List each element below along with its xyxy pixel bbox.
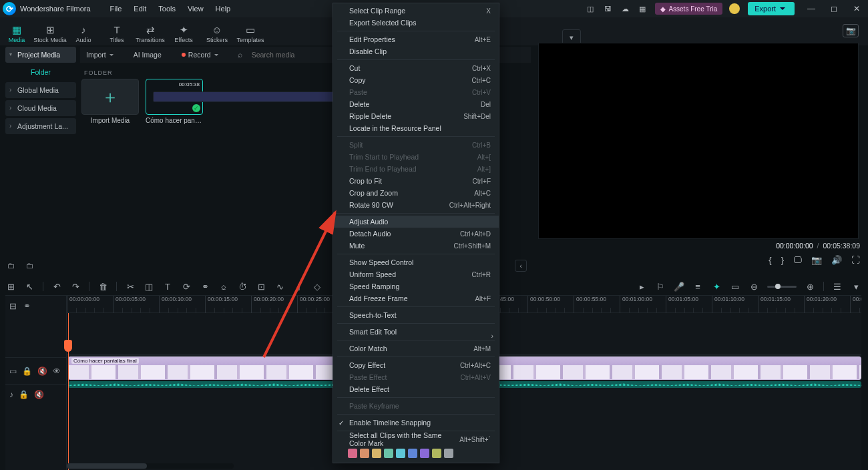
menu-view[interactable]: View bbox=[182, 0, 210, 17]
camera-icon[interactable]: 📷 bbox=[811, 255, 822, 265]
play-icon[interactable]: ▸ bbox=[636, 281, 647, 292]
account-icon[interactable] bbox=[729, 3, 740, 14]
apps-icon[interactable]: ▦ bbox=[634, 0, 651, 17]
plus-icon[interactable]: ＋ bbox=[81, 79, 139, 115]
undo-icon[interactable]: ↶ bbox=[51, 281, 62, 292]
menu-file[interactable]: File bbox=[104, 0, 128, 17]
ctx-speech-to-text[interactable]: Speech-to-Text bbox=[333, 309, 499, 321]
ctx-copy[interactable]: CopyCtrl+C bbox=[333, 74, 499, 86]
snapshot-button[interactable]: 📷 bbox=[843, 24, 859, 37]
mute-icon[interactable]: 🔇 bbox=[37, 367, 47, 376]
search-input[interactable] bbox=[250, 50, 331, 59]
ctx-delete-effect[interactable]: Delete Effect bbox=[333, 383, 499, 395]
window-close[interactable]: ✕ bbox=[845, 0, 868, 17]
ctx-cut[interactable]: CutCtrl+X bbox=[333, 62, 499, 74]
mute-icon[interactable]: 🔇 bbox=[34, 390, 44, 399]
ctx-select-all-clips-with-the-same-color-mark[interactable]: Select all Clips with the Same Color Mar… bbox=[333, 433, 499, 445]
mode-tab-stickers[interactable]: ☺Stickers bbox=[200, 25, 234, 45]
color-swatch[interactable] bbox=[372, 449, 381, 458]
save-icon[interactable]: 🖫 bbox=[599, 0, 616, 17]
ctx-enable-timeline-snapping[interactable]: ✓Enable Timeline Snapping bbox=[333, 417, 499, 429]
mode-tab-templates[interactable]: ▭Templates bbox=[234, 25, 267, 45]
mode-tab-audio[interactable]: ♪Audio bbox=[67, 25, 100, 45]
folder-label[interactable]: Folder bbox=[5, 65, 76, 79]
new-bin-icon[interactable]: 🗀 bbox=[24, 260, 36, 272]
color-swatch[interactable] bbox=[420, 449, 429, 458]
motion-icon[interactable]: ∿ bbox=[274, 281, 285, 292]
import-media-card[interactable]: ＋ Import Media bbox=[81, 79, 139, 263]
render-icon[interactable]: ▭ bbox=[730, 281, 740, 292]
more-icon[interactable]: ▾ bbox=[851, 281, 861, 292]
color-swatch[interactable] bbox=[408, 449, 417, 458]
speed-icon[interactable]: ⏱ bbox=[237, 281, 248, 292]
ctx-add-freeze-frame[interactable]: Add Freeze FrameAlt+F bbox=[333, 292, 499, 304]
playhead-handle[interactable] bbox=[64, 340, 72, 352]
ai-image-button[interactable]: AI Image bbox=[128, 48, 168, 61]
sidebar-cloud-media[interactable]: Cloud Media bbox=[5, 100, 76, 116]
assets-pill[interactable]: ◆Assets Free Tria bbox=[655, 3, 722, 15]
adjust-icon[interactable]: ⫿ bbox=[293, 281, 304, 292]
import-button[interactable]: Import bbox=[80, 48, 120, 61]
zoom-slider[interactable] bbox=[767, 286, 797, 288]
collapse-icon[interactable]: ‹ bbox=[515, 260, 527, 272]
display-icon[interactable]: 🖵 bbox=[793, 255, 802, 265]
tool-cursor[interactable]: ↖ bbox=[24, 281, 35, 292]
mode-tab-stock-media[interactable]: ⊞Stock Media bbox=[33, 25, 67, 45]
zoom-in-icon[interactable]: ⊕ bbox=[805, 281, 815, 292]
ctx-copy-effect[interactable]: Copy EffectCtrl+Alt+C bbox=[333, 359, 499, 371]
ctx-uniform-speed[interactable]: Uniform SpeedCtrl+R bbox=[333, 268, 499, 280]
fullscreen-icon[interactable]: ⛶ bbox=[851, 255, 860, 265]
visibility-icon[interactable]: 👁 bbox=[53, 367, 61, 376]
sidebar-global-media[interactable]: Global Media bbox=[5, 82, 76, 98]
mark-in-icon[interactable]: { bbox=[769, 255, 771, 265]
cloud-icon[interactable]: ☁ bbox=[616, 0, 634, 17]
delete-icon[interactable]: 🗑 bbox=[97, 281, 108, 292]
voiceover-icon[interactable]: 🎤 bbox=[674, 281, 684, 292]
rotate-icon[interactable]: ⟳ bbox=[181, 281, 192, 292]
menu-tools[interactable]: Tools bbox=[152, 0, 182, 17]
ctx-color-match[interactable]: Color MatchAlt+M bbox=[333, 342, 499, 355]
ctx-mute[interactable]: MuteCtrl+Shift+M bbox=[333, 240, 499, 252]
crop-icon[interactable]: ◫ bbox=[144, 281, 154, 292]
zoom-out-icon[interactable]: ⊖ bbox=[748, 281, 759, 292]
mode-tab-transitions[interactable]: ⇄Transitions bbox=[134, 25, 167, 45]
media-clip-card[interactable]: 00:05:38 ✓ Cómo hacer pantallas ... bbox=[146, 79, 203, 263]
tool-select[interactable]: ⊞ bbox=[5, 281, 16, 292]
sidebar-adjustment-layer[interactable]: Adjustment La... bbox=[5, 118, 76, 134]
mode-tab-titles[interactable]: TTitles bbox=[100, 25, 134, 45]
ctx-rotate-90-cw[interactable]: Rotate 90 CWCtrl+Alt+Right bbox=[333, 199, 499, 211]
cut-icon[interactable]: ✂ bbox=[125, 281, 136, 292]
color-swatch[interactable] bbox=[444, 449, 453, 458]
mark-out-icon[interactable]: } bbox=[781, 255, 784, 265]
expand-icon[interactable]: ⊡ bbox=[256, 281, 266, 292]
volume-icon[interactable]: 🔊 bbox=[831, 255, 842, 265]
ctx-edit-properties[interactable]: Edit PropertiesAlt+E bbox=[333, 33, 499, 45]
menu-edit[interactable]: Edit bbox=[128, 0, 152, 17]
ctx-locate-in-the-resource-panel[interactable]: Locate in the Resource Panel bbox=[333, 122, 499, 134]
link-icon[interactable]: ⚭ bbox=[200, 281, 210, 292]
ctx-adjust-audio[interactable]: Adjust Audio bbox=[333, 216, 499, 228]
sidebar-project-media[interactable]: Project Media bbox=[5, 47, 76, 63]
layout-icon[interactable]: ◫ bbox=[582, 0, 599, 17]
color-swatch[interactable] bbox=[360, 449, 369, 458]
menu-help[interactable]: Help bbox=[210, 0, 237, 17]
ctx-crop-and-zoom[interactable]: Crop and ZoomAlt+C bbox=[333, 187, 499, 199]
ctx-disable-clip[interactable]: Disable Clip bbox=[333, 45, 499, 57]
clip-thumbnail[interactable]: 00:05:38 ✓ bbox=[146, 79, 203, 115]
color-swatch[interactable] bbox=[348, 449, 357, 458]
keyframe-icon[interactable]: ◇ bbox=[312, 281, 322, 292]
timeline-scrollbar[interactable] bbox=[67, 463, 234, 469]
ctx-detach-audio[interactable]: Detach AudioCtrl+Alt+D bbox=[333, 228, 499, 240]
color-swatch[interactable] bbox=[384, 449, 393, 458]
record-button[interactable]: Record bbox=[176, 48, 224, 61]
lock-icon[interactable]: 🔒 bbox=[22, 367, 32, 376]
color-swatch[interactable] bbox=[432, 449, 441, 458]
color-swatch[interactable] bbox=[396, 449, 405, 458]
text-icon[interactable]: T bbox=[162, 281, 173, 292]
mode-tab-media[interactable]: ▦Media bbox=[0, 25, 33, 45]
window-minimize[interactable]: ― bbox=[800, 0, 823, 17]
window-maximize[interactable]: ◻ bbox=[823, 0, 845, 17]
mixer-icon[interactable]: ≡ bbox=[692, 281, 703, 292]
track-icon[interactable]: ⎐ bbox=[218, 281, 229, 292]
mode-tab-effects[interactable]: ✦Effects bbox=[167, 25, 200, 45]
